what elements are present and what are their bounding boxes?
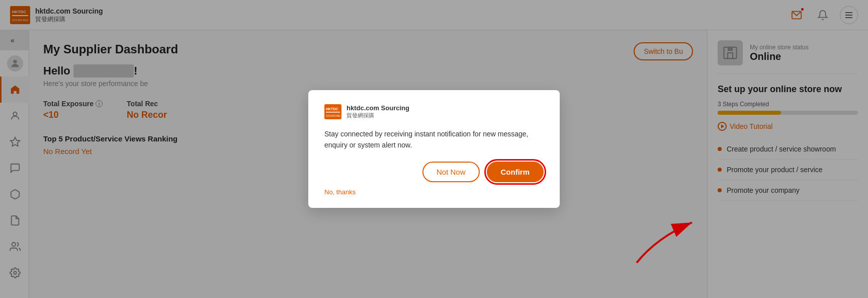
modal-logo-text: hktdc.com Sourcing 貿發網採購 — [346, 104, 409, 119]
not-now-button[interactable]: Not Now — [422, 162, 480, 182]
modal-actions: Not Now Confirm — [324, 162, 544, 182]
svg-text:HKTDC: HKTDC — [326, 107, 338, 111]
modal-overlay: HKTDC SOURCING hktdc.com Sourcing 貿發網採購 … — [0, 0, 868, 298]
no-thanks-link[interactable]: No, thanks — [324, 188, 544, 196]
modal-brand: hktdc.com Sourcing — [346, 104, 409, 112]
notification-modal: HKTDC SOURCING hktdc.com Sourcing 貿發網採購 … — [308, 90, 560, 208]
svg-rect-18 — [326, 112, 340, 113]
modal-chinese: 貿發網採購 — [346, 112, 409, 119]
svg-text:SOURCING: SOURCING — [326, 114, 341, 117]
annotation-arrow — [627, 207, 707, 268]
modal-hktdc-icon: HKTDC SOURCING — [324, 104, 341, 119]
modal-body: Stay connected by receiving instant noti… — [324, 128, 544, 151]
confirm-button[interactable]: Confirm — [487, 162, 544, 182]
modal-logo: HKTDC SOURCING hktdc.com Sourcing 貿發網採購 — [324, 104, 544, 119]
